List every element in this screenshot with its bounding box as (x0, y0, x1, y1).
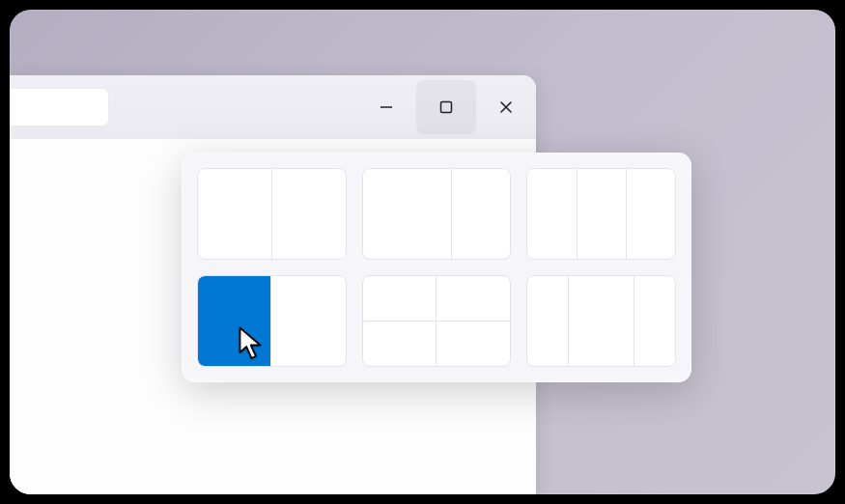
window-titlebar[interactable] (10, 75, 536, 139)
snap-layouts-flyout (182, 153, 691, 382)
desktop-background (10, 10, 835, 494)
snap-zone[interactable] (627, 169, 675, 259)
snap-zone[interactable] (363, 322, 437, 367)
snap-zone[interactable] (569, 276, 634, 366)
caption-control-group (356, 75, 536, 139)
svg-rect-1 (441, 102, 452, 113)
maximize-button[interactable] (416, 80, 476, 134)
snap-zone[interactable] (577, 169, 627, 259)
snap-zone[interactable] (527, 169, 577, 259)
snap-layout-left-half-right-stack[interactable] (197, 275, 347, 367)
close-icon (498, 99, 514, 115)
snap-layout-quadrants[interactable] (362, 275, 512, 367)
minimize-icon (379, 99, 394, 115)
snap-zone-selected[interactable] (198, 276, 271, 366)
snap-zone[interactable] (271, 322, 345, 367)
address-bar-input[interactable] (10, 88, 109, 126)
snap-zone[interactable] (198, 169, 272, 259)
snap-zone[interactable] (363, 169, 452, 259)
snap-zone[interactable] (363, 276, 437, 322)
snap-layout-half-half[interactable] (197, 168, 347, 260)
snap-zone[interactable] (437, 322, 510, 367)
maximize-icon (438, 99, 454, 115)
close-button[interactable] (476, 80, 536, 134)
snap-zone[interactable] (271, 276, 345, 322)
snap-zone[interactable] (272, 169, 346, 259)
minimize-button[interactable] (356, 80, 416, 134)
snap-layout-thirds[interactable] (526, 168, 676, 260)
snap-layout-two-thirds[interactable] (362, 168, 512, 260)
snap-layout-narrow-wide-narrow[interactable] (526, 275, 676, 367)
svg-rect-0 (380, 106, 392, 108)
snap-zone[interactable] (452, 169, 511, 259)
snap-zone[interactable] (437, 276, 510, 322)
snap-zone[interactable] (634, 276, 675, 366)
snap-zone[interactable] (527, 276, 569, 366)
